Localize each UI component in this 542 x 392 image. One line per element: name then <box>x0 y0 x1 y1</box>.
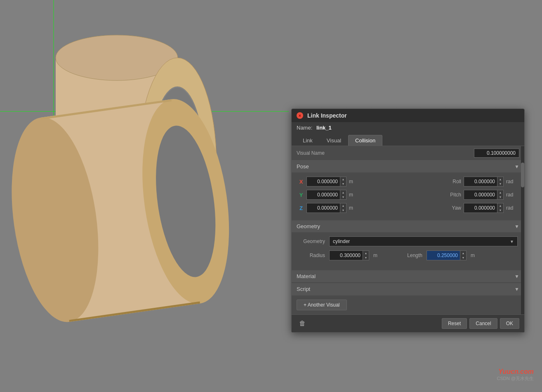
radius-down[interactable]: ▼ <box>363 255 369 260</box>
pitch-group: Pitch ▲ ▼ rad <box>447 190 518 200</box>
tab-collision[interactable]: Collision <box>348 135 382 146</box>
watermark-main: Yuucn.com <box>497 368 534 375</box>
link-name-row: Name: link_1 <box>292 122 524 133</box>
pose-section-header[interactable]: Pose ▼ <box>292 161 524 172</box>
name-label: Name: <box>297 125 312 131</box>
z-unit: m <box>349 205 361 211</box>
pose-x-row: X ▲ ▼ m Roll ▲ ▼ <box>298 177 518 187</box>
z-position-up[interactable]: ▲ <box>340 203 346 208</box>
yaw-label: Yaw <box>447 205 461 211</box>
length-up[interactable]: ▲ <box>460 251 466 255</box>
geometry-dropdown-arrow: ▼ <box>510 239 514 244</box>
x-axis-label: X <box>298 179 304 185</box>
cutoff-bar: Visual Name 0.100000000 <box>292 146 524 161</box>
yaw-field[interactable] <box>464 203 497 213</box>
link-inspector-dialog: × Link Inspector Name: link_1 Link Visua… <box>291 109 525 333</box>
material-section-header[interactable]: Material ▼ <box>292 270 524 282</box>
footer-actions: Reset Cancel OK <box>442 318 519 329</box>
length-label: Length <box>396 253 422 258</box>
ok-button[interactable]: OK <box>500 318 519 329</box>
watermark-sub: CSDN @无水先生 <box>497 375 534 382</box>
material-collapse-arrow: ▼ <box>514 274 519 279</box>
roll-unit: rad <box>506 179 518 184</box>
close-button[interactable]: × <box>297 112 303 119</box>
scrollbar[interactable] <box>521 146 524 314</box>
yaw-input[interactable]: ▲ ▼ <box>464 203 504 213</box>
tab-visual[interactable]: Visual <box>320 135 348 146</box>
yaw-unit: rad <box>506 205 518 211</box>
pitch-label: Pitch <box>447 192 461 198</box>
geometry-type-dropdown[interactable]: cylinder ▼ <box>329 236 518 246</box>
length-input[interactable]: ▲ ▼ <box>427 250 467 260</box>
z-position-input[interactable]: ▲ ▼ <box>306 203 346 213</box>
close-icon: × <box>299 113 301 118</box>
dialog-footer: 🗑 Reset Cancel OK <box>292 314 524 332</box>
add-visual-button[interactable]: + Another Visual <box>297 300 347 310</box>
y-position-field[interactable] <box>307 190 340 199</box>
delete-button[interactable]: 🗑 <box>297 319 308 328</box>
script-collapse-arrow: ▼ <box>514 286 519 292</box>
y-position-up[interactable]: ▲ <box>340 190 346 195</box>
geometry-type-row: Geometry cylinder ▼ <box>298 236 518 246</box>
z-axis-label: Z <box>298 205 304 211</box>
scrollbar-thumb[interactable] <box>521 163 524 187</box>
y-axis-label: Y <box>298 192 304 198</box>
geometry-section-header[interactable]: Geometry ▼ <box>292 220 524 232</box>
pitch-field[interactable] <box>464 190 497 199</box>
radius-unit: m <box>373 253 385 258</box>
yaw-down[interactable]: ▼ <box>497 208 503 213</box>
geometry-field-label: Geometry <box>298 239 325 244</box>
roll-label: Roll <box>447 179 461 184</box>
trash-icon: 🗑 <box>299 320 306 327</box>
radius-up[interactable]: ▲ <box>363 251 369 255</box>
x-position-up[interactable]: ▲ <box>340 177 346 182</box>
roll-input[interactable]: ▲ ▼ <box>464 177 504 187</box>
y-position-input[interactable]: ▲ ▼ <box>306 190 346 200</box>
pose-z-row: Z ▲ ▼ m Yaw ▲ ▼ <box>298 203 518 213</box>
dialog-content: Visual Name 0.100000000 Pose ▼ X ▲ ▼ m <box>292 146 524 314</box>
yaw-group: Yaw ▲ ▼ rad <box>447 203 518 213</box>
pitch-up[interactable]: ▲ <box>497 190 503 195</box>
script-section-header[interactable]: Script ▼ <box>292 283 524 295</box>
watermark: Yuucn.com CSDN @无水先生 <box>497 368 534 382</box>
radius-label: Radius <box>298 253 325 258</box>
length-field[interactable] <box>427 251 460 260</box>
roll-up[interactable]: ▲ <box>497 177 503 182</box>
pitch-input[interactable]: ▲ ▼ <box>464 190 504 200</box>
radius-field[interactable] <box>330 251 363 260</box>
x-position-down[interactable]: ▼ <box>340 182 346 186</box>
length-down[interactable]: ▼ <box>460 255 466 260</box>
roll-group: Roll ▲ ▼ rad <box>447 177 518 187</box>
x-position-input[interactable]: ▲ ▼ <box>306 177 346 187</box>
geometry-dims-row: Radius ▲ ▼ m Length ▲ ▼ m <box>298 250 518 260</box>
pitch-down[interactable]: ▼ <box>497 195 503 199</box>
radius-input[interactable]: ▲ ▼ <box>329 250 369 260</box>
y-unit: m <box>349 192 361 198</box>
tab-bar: Link Visual Collision <box>292 133 524 146</box>
x-position-field[interactable] <box>307 177 340 186</box>
pose-collapse-arrow: ▼ <box>514 164 519 170</box>
tab-link[interactable]: Link <box>296 135 320 146</box>
z-position-down[interactable]: ▼ <box>340 208 346 213</box>
roll-down[interactable]: ▼ <box>497 182 503 186</box>
script-label: Script <box>297 286 310 292</box>
dialog-titlebar: × Link Inspector <box>292 109 524 122</box>
cutoff-value-field[interactable]: 0.100000000 <box>474 149 519 158</box>
yaw-up[interactable]: ▲ <box>497 203 503 208</box>
material-label: Material <box>297 273 316 279</box>
pose-y-row: Y ▲ ▼ m Pitch ▲ ▼ <box>298 190 518 200</box>
dialog-title: Link Inspector <box>307 112 347 119</box>
cancel-button[interactable]: Cancel <box>469 318 497 329</box>
y-position-down[interactable]: ▼ <box>340 195 346 199</box>
pose-section-content: X ▲ ▼ m Roll ▲ ▼ <box>292 172 524 220</box>
z-position-field[interactable] <box>307 203 340 213</box>
roll-field[interactable] <box>464 177 497 186</box>
geometry-collapse-arrow: ▼ <box>514 224 519 229</box>
name-value: link_1 <box>316 125 332 131</box>
pitch-unit: rad <box>506 192 518 198</box>
pose-label: Pose <box>297 163 309 170</box>
reset-button[interactable]: Reset <box>442 318 467 329</box>
geometry-label: Geometry <box>297 223 320 229</box>
geometry-type-value: cylinder <box>333 239 350 244</box>
geometry-section-content: Geometry cylinder ▼ Radius ▲ ▼ m Length <box>292 232 524 269</box>
